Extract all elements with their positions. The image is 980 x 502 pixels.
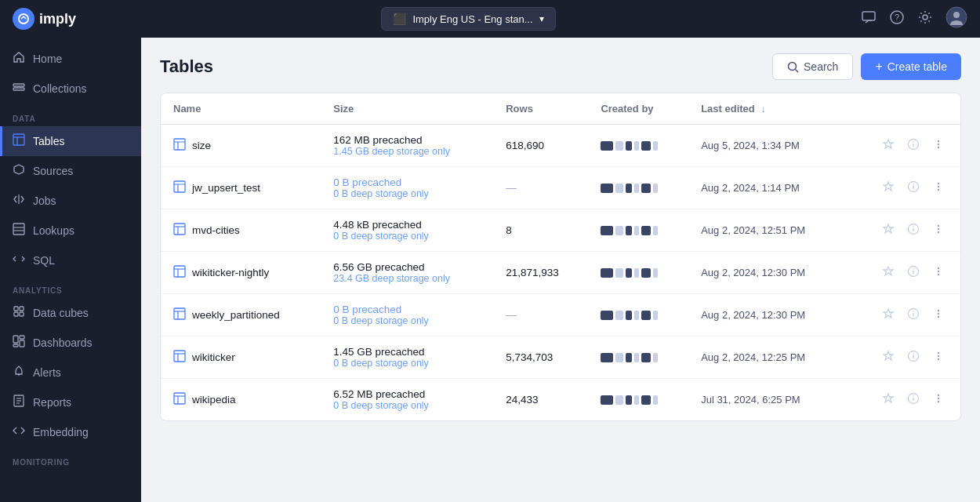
info-button[interactable] xyxy=(904,348,923,367)
more-button[interactable] xyxy=(929,136,948,155)
env-selector[interactable]: ⬛ Imply Eng US - Eng stan... ▾ xyxy=(381,7,555,31)
sidebar-item-lookups[interactable]: Lookups xyxy=(0,216,141,246)
page-header: Tables Search + Create table xyxy=(160,53,961,80)
chevron-down-icon: ▾ xyxy=(539,13,544,24)
svg-point-57 xyxy=(938,224,939,226)
bar-segment xyxy=(641,268,651,278)
navbar-center: ⬛ Imply Eng US - Eng stan... ▾ xyxy=(381,7,555,31)
sidebar-item-label: Home xyxy=(33,53,62,65)
create-table-button[interactable]: + Create table xyxy=(861,53,961,80)
sidebar-item-sql[interactable]: SQL xyxy=(0,246,141,275)
svg-point-95 xyxy=(938,400,939,402)
info-button[interactable] xyxy=(904,221,923,240)
svg-marker-12 xyxy=(14,165,24,174)
cell-last-edited: Aug 2, 2024, 12:30 PM xyxy=(688,252,846,294)
bar-segment xyxy=(641,226,651,235)
monitoring-section-label: MONITORING xyxy=(0,447,141,470)
bar-segment xyxy=(653,353,658,362)
more-button[interactable] xyxy=(929,221,948,240)
info-button[interactable] xyxy=(904,136,923,155)
star-button[interactable] xyxy=(879,179,898,198)
page-title: Tables xyxy=(160,56,213,77)
data-section-label: DATA xyxy=(0,104,141,126)
star-button[interactable] xyxy=(879,264,898,282)
chat-icon[interactable] xyxy=(861,9,877,29)
sidebar-item-reports[interactable]: Reports xyxy=(0,387,141,417)
sidebar-item-home[interactable]: Home xyxy=(0,44,141,74)
sidebar-item-label: Tables xyxy=(33,135,64,147)
info-button[interactable] xyxy=(904,306,923,325)
alerts-icon xyxy=(13,365,25,380)
sidebar-item-alerts[interactable]: Alerts xyxy=(0,358,141,387)
user-avatar[interactable] xyxy=(946,6,967,32)
col-size: Size xyxy=(321,93,493,125)
svg-rect-51 xyxy=(174,224,185,235)
table-row-icon xyxy=(173,307,186,323)
bar-segment xyxy=(601,353,613,362)
star-button[interactable] xyxy=(879,348,898,367)
info-button[interactable] xyxy=(904,179,923,198)
more-button[interactable] xyxy=(929,391,948,409)
svg-rect-60 xyxy=(174,266,185,277)
star-button[interactable] xyxy=(879,136,898,155)
star-button[interactable] xyxy=(879,391,898,409)
cell-created-by xyxy=(588,379,688,421)
bar-segment xyxy=(615,141,623,151)
more-button[interactable] xyxy=(929,264,948,282)
cell-size: 6.56 GB precached 23.4 GB deep storage o… xyxy=(321,252,493,294)
svg-point-83 xyxy=(913,353,914,355)
row-name[interactable]: wikiticker-nightly xyxy=(192,267,269,278)
help-icon[interactable]: ? xyxy=(889,9,905,29)
sidebar-item-collections[interactable]: Collections xyxy=(0,74,141,104)
cell-name: wikiticker-nightly xyxy=(161,252,321,294)
star-button[interactable] xyxy=(879,221,898,240)
table-row-icon xyxy=(173,138,186,154)
sidebar-item-dashboards[interactable]: Dashboards xyxy=(0,328,141,358)
reports-icon xyxy=(13,395,25,410)
sidebar-item-tables[interactable]: Tables xyxy=(0,126,141,156)
more-button[interactable] xyxy=(929,348,948,367)
svg-point-38 xyxy=(913,141,914,143)
col-name: Name xyxy=(161,93,321,125)
sidebar-item-datacubes[interactable]: Data cubes xyxy=(0,298,141,328)
table-row: wikipedia 6.52 MB precached 0 B deep sto… xyxy=(161,379,960,421)
info-button[interactable] xyxy=(904,391,923,409)
more-button[interactable] xyxy=(929,306,948,325)
svg-point-39 xyxy=(938,140,939,141)
cell-actions xyxy=(846,167,960,209)
table-row: size 162 MB precached 1.45 GB deep stora… xyxy=(161,125,960,167)
sidebar-item-sources[interactable]: Sources xyxy=(0,156,141,186)
svg-point-40 xyxy=(938,143,939,144)
row-name[interactable]: jw_upsert_test xyxy=(192,182,260,194)
row-name[interactable]: size xyxy=(192,140,211,151)
collections-icon xyxy=(13,81,25,96)
sidebar-item-jobs[interactable]: Jobs xyxy=(0,186,141,216)
settings-icon[interactable] xyxy=(917,9,933,29)
bar-segment xyxy=(601,141,613,151)
bar-segment xyxy=(641,353,651,362)
logo[interactable]: imply xyxy=(13,8,76,30)
info-button[interactable] xyxy=(904,264,923,282)
logo-icon xyxy=(13,8,34,30)
row-name[interactable]: wikiticker xyxy=(192,351,235,363)
sidebar-item-embedding[interactable]: Embedding xyxy=(0,417,141,447)
sidebar-item-label: Embedding xyxy=(33,426,89,438)
navbar-right: ? xyxy=(861,6,967,32)
lookups-icon xyxy=(13,223,25,238)
row-name[interactable]: weekly_partitioned xyxy=(192,309,280,321)
cell-created-by xyxy=(588,209,688,252)
cell-size: 162 MB precached 1.45 GB deep storage on… xyxy=(321,125,493,167)
table-body: size 162 MB precached 1.45 GB deep stora… xyxy=(161,125,960,421)
more-button[interactable] xyxy=(929,179,948,198)
svg-point-68 xyxy=(938,273,939,275)
star-button[interactable] xyxy=(879,306,898,325)
svg-point-92 xyxy=(913,395,914,397)
row-name[interactable]: mvd-cities xyxy=(192,224,240,236)
col-last-edited[interactable]: Last edited ↓ xyxy=(688,93,846,125)
cell-created-by xyxy=(588,294,688,336)
search-button[interactable]: Search xyxy=(772,53,853,80)
cell-last-edited: Aug 5, 2024, 1:34 PM xyxy=(688,125,846,167)
row-name[interactable]: wikipedia xyxy=(192,394,236,406)
svg-point-66 xyxy=(938,267,939,268)
cell-rows: 21,871,933 xyxy=(493,252,588,294)
